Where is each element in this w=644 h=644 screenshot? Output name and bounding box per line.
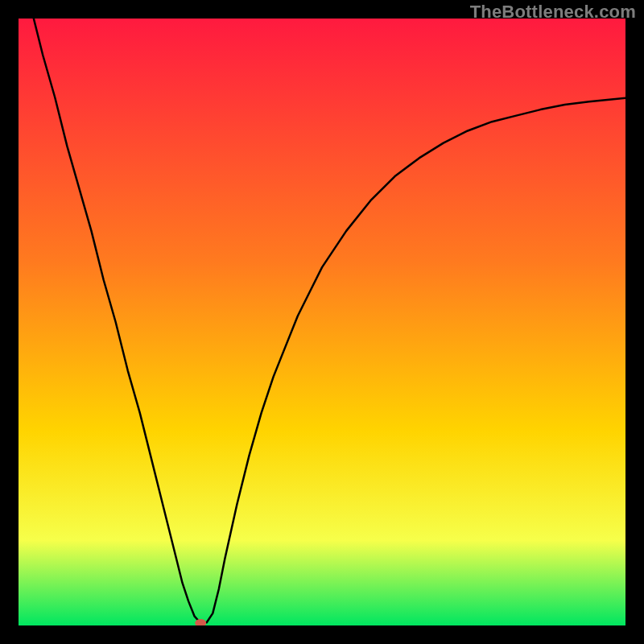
plot-area (19, 19, 625, 625)
gradient-background (19, 19, 625, 625)
chart-frame: { "watermark": "TheBottleneck.com", "col… (0, 0, 644, 644)
chart-svg (19, 19, 625, 625)
